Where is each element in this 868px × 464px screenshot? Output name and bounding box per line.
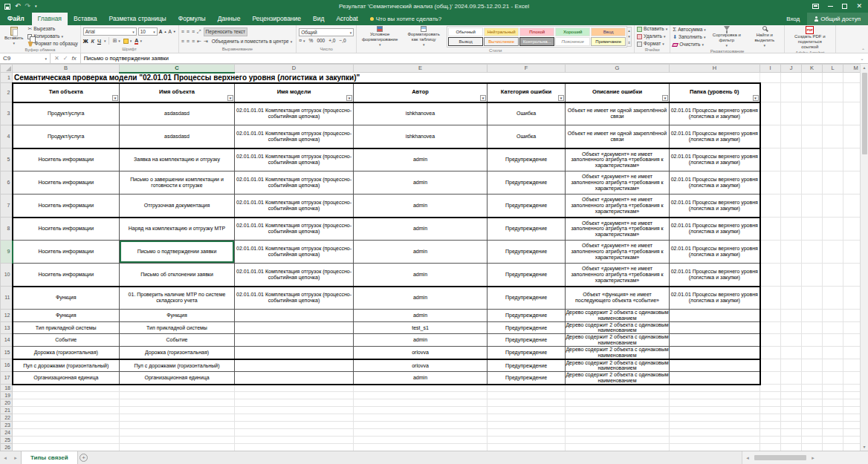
table-header-F2[interactable]: Категория ошибки▾ (488, 83, 566, 102)
cell-L10[interactable] (823, 264, 843, 287)
cell-D9[interactable]: 02.01.01.01 Комплектация отгрузок (проце… (235, 241, 354, 264)
cell-G10[interactable]: Объект «документ» не имеет заполненного … (566, 264, 670, 287)
merge-center-button[interactable]: Объединить и поместить в центре▾ (210, 38, 294, 45)
row-header-14[interactable]: 14 (1, 334, 13, 347)
cell-B5[interactable]: Носитель информации (13, 148, 120, 171)
save-icon[interactable] (4, 4, 10, 10)
ribbon-tab-2[interactable]: Вставка (68, 13, 103, 25)
cell-F19[interactable] (488, 392, 566, 399)
row-header-4[interactable]: 4 (1, 125, 13, 148)
cell-F16[interactable]: Предупреждение (488, 359, 566, 372)
minimize-icon[interactable] (828, 6, 833, 7)
tell-me-box[interactable]: Что вы хотите сделать? (364, 13, 447, 25)
cell-L4[interactable] (823, 125, 843, 148)
cell-L26[interactable] (823, 444, 843, 451)
cell-K22[interactable] (802, 414, 823, 422)
sheet-tab[interactable]: Типы связей (21, 451, 78, 464)
gallery-more-icon[interactable]: ≡ (628, 40, 630, 45)
horizontal-scrollbar[interactable]: ◂ ▸ (742, 451, 868, 464)
cell-F15[interactable]: Предупреждение (488, 346, 566, 359)
cell-C10[interactable]: Письмо об отклонении заявки (120, 264, 235, 287)
cell-B21[interactable] (13, 407, 120, 414)
row-header-7[interactable]: 7 (1, 195, 13, 218)
cell-C6[interactable]: Письмо о завершении комплектации и готов… (120, 171, 235, 195)
cell-I23[interactable] (760, 422, 781, 429)
cell-C24[interactable] (120, 429, 235, 437)
column-header-L[interactable]: L (823, 65, 843, 73)
cell-G5[interactable]: Объект «документ» не имеет заполненного … (566, 148, 670, 171)
cell-H10[interactable]: 02.01.01 Процессы верхнего уровня (логис… (670, 264, 760, 287)
cell-J10[interactable] (781, 264, 802, 287)
cell-E5[interactable]: admin (354, 148, 488, 171)
cell-style-bad[interactable]: Плохой (519, 27, 554, 36)
cell-style-check[interactable]: Контрольна... (519, 37, 554, 46)
cell-C18[interactable] (120, 385, 235, 392)
cell-C23[interactable] (120, 422, 235, 429)
cell-E22[interactable] (354, 414, 488, 422)
format-as-table-button[interactable]: Форматировать как таблицу▾ (403, 26, 444, 48)
align-top-icon[interactable]: ≡ (181, 29, 184, 34)
cell-style-output[interactable]: Вывод (448, 37, 483, 46)
decrease-decimal-button[interactable]: −,0 (339, 38, 346, 44)
column-header-C[interactable]: C (120, 65, 235, 73)
cell-I19[interactable] (760, 392, 781, 399)
cell-J25[interactable] (781, 437, 802, 444)
cell-I24[interactable] (760, 429, 781, 437)
cell-I18[interactable] (760, 385, 781, 392)
cell-C7[interactable]: Отгрузочная документация (120, 195, 235, 218)
cell-G12[interactable]: Дерево содержит 2 объекта с одинаковым н… (566, 310, 670, 322)
collapse-ribbon-icon[interactable]: ⌃ (858, 48, 868, 53)
cell-E21[interactable] (354, 407, 488, 414)
cell-D5[interactable]: 02.01.01.01 Комплектация отгрузок (проце… (235, 148, 354, 171)
cell-J3[interactable] (781, 102, 802, 125)
decrease-indent-icon[interactable]: ⇤ (197, 39, 201, 45)
row-header-21[interactable]: 21 (1, 407, 13, 414)
create-pdf-button[interactable]: PDF Создать PDF и поделиться ссылкой (787, 26, 833, 50)
cell-H19[interactable] (670, 392, 760, 399)
cell-I10[interactable] (760, 264, 781, 287)
align-middle-icon[interactable]: ≡ (187, 29, 189, 34)
cell-H9[interactable]: 02.01.01 Процессы верхнего уровня (логис… (670, 241, 760, 264)
cell-I5[interactable] (760, 148, 781, 171)
align-right-icon[interactable]: ≡ (192, 39, 194, 44)
column-header-H[interactable]: H (670, 65, 760, 73)
formula-input[interactable]: Письмо о подтверждении заявки (81, 53, 856, 63)
cell-F22[interactable] (488, 414, 566, 422)
cell-F24[interactable] (488, 429, 566, 437)
cell-F6[interactable]: Предупреждение (488, 171, 566, 195)
cell-G23[interactable] (566, 422, 670, 429)
row-header-25[interactable]: 25 (1, 437, 13, 444)
cell-L20[interactable] (823, 399, 843, 407)
cell-F10[interactable]: Предупреждение (488, 264, 566, 287)
cell-E25[interactable] (354, 437, 488, 444)
ribbon-tab-5[interactable]: Данные (212, 13, 247, 25)
italic-button[interactable]: К (91, 38, 94, 45)
cell-G13[interactable]: Дерево содержит 2 объекта с одинаковым н… (566, 321, 670, 334)
column-header-E[interactable]: E (354, 65, 488, 73)
cell-style-neutral[interactable]: Нейтральный (484, 27, 519, 36)
cell-K6[interactable] (802, 171, 823, 195)
cell-C21[interactable] (120, 407, 235, 414)
cell-K17[interactable] (802, 372, 823, 385)
cell-D12[interactable] (235, 310, 354, 322)
cell-K18[interactable] (802, 385, 823, 392)
number-format-select[interactable]: Общий▾ (299, 28, 354, 36)
cell-H3[interactable]: 02.01.01 Процессы верхнего уровня (логис… (670, 102, 760, 125)
borders-button[interactable]: ⊞▾ (112, 38, 120, 44)
cell-style-good[interactable]: Хороший (555, 27, 590, 36)
cell-J14[interactable] (781, 334, 802, 347)
cell-E26[interactable] (354, 444, 488, 451)
cell-L25[interactable] (823, 437, 843, 444)
undo-icon[interactable]: ↶ (15, 0, 21, 13)
select-all-corner[interactable] (1, 65, 13, 73)
row-header-11[interactable]: 11 (1, 287, 13, 310)
cell-B3[interactable]: Продукт/услуга (13, 102, 120, 125)
sign-in-button[interactable]: Вход (779, 13, 807, 25)
cell-B4[interactable]: Продукт/услуга (13, 125, 120, 148)
cell-I12[interactable] (760, 310, 781, 322)
restore-icon[interactable] (842, 4, 847, 9)
font-name-select[interactable]: Arial▾ (83, 27, 137, 36)
fill-color-button[interactable]: ▾ (123, 38, 132, 44)
cell-H11[interactable]: 02.01.01 Процессы верхнего уровня (логис… (670, 287, 760, 310)
font-color-button[interactable]: А▾ (135, 38, 142, 45)
